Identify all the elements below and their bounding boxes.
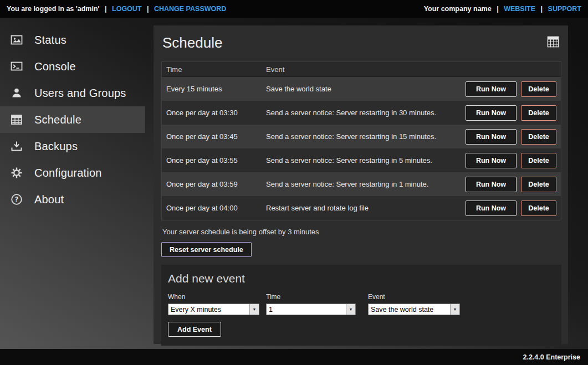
table-row: Once per day at 03:55 Send a server noti… [162, 148, 561, 172]
bottom-bar: 2.2.4.0 Enterprise [0, 349, 588, 365]
chevron-down-icon: ▼ [450, 304, 459, 315]
svg-text:?: ? [15, 196, 19, 203]
top-bar: You are logged in as 'admin' | LOGOUT | … [0, 0, 588, 18]
add-event-button[interactable]: Add Event [168, 322, 221, 337]
add-event-fields: When Every X minutes ▼ Time 1 ▼ [168, 293, 555, 315]
add-new-event-panel: Add new event When Every X minutes ▼ Tim… [161, 265, 561, 346]
event-select-value: Save the world state [369, 306, 433, 313]
row-event: Send a server notice: Server restarting … [266, 180, 461, 188]
row-time: Once per day at 03:55 [166, 156, 262, 164]
add-event-title: Add new event [168, 272, 555, 285]
time-field-group: Time 1 ▼ [266, 293, 356, 315]
when-field-group: When Every X minutes ▼ [168, 293, 259, 315]
when-label: When [168, 293, 259, 301]
sidebar-item-label: Backups [34, 140, 78, 153]
run-now-button[interactable]: Run Now [466, 81, 517, 97]
run-now-button[interactable]: Run Now [466, 201, 517, 216]
change-password-link[interactable]: CHANGE PASSWORD [154, 5, 226, 13]
separator: | [105, 5, 107, 13]
schedule-panel: Schedule Time Event Every 15 minutes Sav… [154, 25, 568, 344]
event-select[interactable]: Save the world state ▼ [368, 304, 460, 315]
version-text: 2.2.4.0 Enterprise [523, 353, 580, 361]
run-now-button[interactable]: Run Now [466, 129, 517, 145]
sidebar-item-label: Users and Groups [34, 87, 126, 100]
reset-server-schedule-button[interactable]: Reset server schedule [161, 242, 252, 257]
table-row: Once per day at 03:30 Send a server noti… [162, 101, 561, 125]
sidebar: Status Console Users and Groups Schedule [0, 18, 145, 349]
event-label: Event [368, 293, 460, 301]
delete-button[interactable]: Delete [521, 153, 556, 168]
separator: | [147, 5, 149, 13]
when-select[interactable]: Every X minutes ▼ [168, 304, 259, 315]
content-area: Status Console Users and Groups Schedule [0, 18, 588, 349]
company-name-text: Your company name [424, 5, 492, 13]
separator: | [497, 5, 499, 13]
delete-button[interactable]: Delete [521, 81, 556, 97]
row-time: Once per day at 03:45 [166, 132, 262, 141]
delete-button[interactable]: Delete [521, 201, 556, 216]
row-time: Once per day at 04:00 [166, 204, 262, 212]
time-select[interactable]: 1 ▼ [266, 304, 356, 315]
sidebar-item-console[interactable]: Console [0, 53, 145, 80]
panel-header: Schedule [161, 25, 561, 61]
sidebar-item-about[interactable]: ? About [0, 186, 145, 213]
sidebar-item-schedule[interactable]: Schedule [0, 106, 145, 133]
table-header-row: Time Event [162, 62, 561, 77]
column-header-event: Event [266, 65, 461, 74]
logged-in-text: You are logged in as 'admin' [7, 5, 100, 13]
table-row: Every 15 minutes Save the world state Ru… [162, 77, 561, 101]
backups-icon [10, 140, 23, 153]
table-row: Once per day at 03:45 Send a server noti… [162, 125, 561, 148]
row-time: Every 15 minutes [166, 85, 262, 93]
console-icon [10, 60, 23, 73]
sidebar-item-users-and-groups[interactable]: Users and Groups [0, 80, 145, 106]
topbar-right: Your company name | WEBSITE | SUPPORT [424, 5, 581, 13]
separator: | [541, 5, 543, 13]
gear-icon [10, 166, 23, 179]
sidebar-item-label: Configuration [34, 167, 102, 179]
column-header-time: Time [166, 65, 262, 74]
delete-button[interactable]: Delete [521, 129, 556, 145]
time-label: Time [266, 293, 356, 301]
users-icon [10, 86, 23, 100]
sidebar-item-backups[interactable]: Backups [0, 133, 145, 160]
sidebar-item-label: About [34, 193, 64, 206]
row-time: Once per day at 03:59 [166, 180, 262, 188]
table-row: Once per day at 04:00 Restart server and… [162, 196, 561, 220]
sidebar-item-status[interactable]: Status [0, 27, 145, 53]
delete-button[interactable]: Delete [521, 177, 556, 192]
run-now-button[interactable]: Run Now [466, 105, 517, 121]
delete-button[interactable]: Delete [521, 105, 556, 121]
run-now-button[interactable]: Run Now [466, 177, 517, 192]
row-time: Once per day at 03:30 [166, 109, 262, 117]
chevron-down-icon: ▼ [346, 304, 355, 315]
sidebar-item-label: Schedule [34, 114, 81, 126]
page-title: Schedule [162, 34, 222, 52]
row-event: Send a server notice: Server restarting … [266, 132, 461, 141]
time-select-value: 1 [267, 306, 273, 313]
schedule-offset-note: Your server schedule is being offset by … [162, 228, 560, 236]
website-link[interactable]: WEBSITE [504, 5, 535, 13]
topbar-left: You are logged in as 'admin' | LOGOUT | … [7, 5, 226, 13]
support-link[interactable]: SUPPORT [548, 5, 581, 13]
row-event: Send a server notice: Server restarting … [266, 156, 461, 164]
question-circle-icon: ? [10, 193, 23, 206]
row-event: Restart server and rotate log file [266, 204, 461, 212]
status-icon [10, 33, 23, 47]
sidebar-item-label: Status [34, 34, 67, 47]
calendar-grid-icon [547, 36, 559, 50]
sidebar-item-configuration[interactable]: Configuration [0, 160, 145, 186]
event-field-group: Event Save the world state ▼ [368, 293, 460, 315]
logout-link[interactable]: LOGOUT [112, 5, 141, 13]
app-window: You are logged in as 'admin' | LOGOUT | … [0, 0, 588, 365]
sidebar-item-label: Console [34, 60, 76, 73]
schedule-table: Time Event Every 15 minutes Save the wor… [161, 61, 561, 220]
table-row: Once per day at 03:59 Send a server noti… [162, 172, 561, 196]
when-select-value: Every X minutes [168, 306, 221, 313]
row-event: Send a server notice: Server restarting … [266, 109, 461, 117]
run-now-button[interactable]: Run Now [466, 153, 517, 168]
chevron-down-icon: ▼ [249, 304, 259, 315]
schedule-icon [10, 113, 23, 126]
row-event: Save the world state [266, 85, 461, 93]
